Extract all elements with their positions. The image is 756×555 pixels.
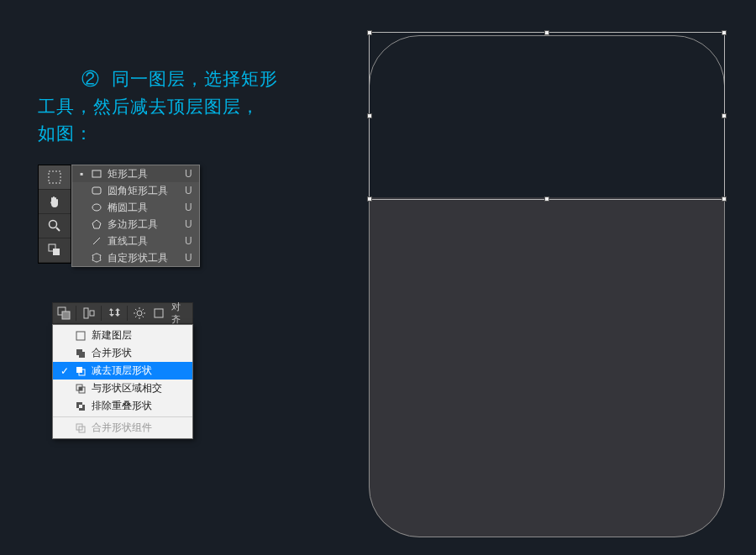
handle-top-right[interactable] (722, 30, 727, 35)
constrain-icon[interactable] (152, 306, 166, 321)
svg-line-22 (143, 309, 144, 311)
menu-item-merge-components: 合并形状组件 (53, 419, 192, 437)
svg-marker-8 (92, 220, 101, 228)
tool-item-shortcut: U (185, 252, 192, 264)
svg-rect-5 (92, 170, 101, 177)
merge-components-icon (75, 423, 87, 433)
menu-item-exclude[interactable]: 排除重叠形状 (53, 397, 192, 415)
selected-dot-icon: ▪ (77, 168, 86, 180)
tool-item-label: 直线工具 (108, 234, 168, 249)
tool-item-ellipse[interactable]: 椭圆工具 U (72, 199, 199, 216)
shapes-tool[interactable] (39, 238, 71, 263)
svg-line-19 (135, 309, 137, 311)
rounded-rect-icon (91, 186, 102, 196)
intersect-icon (75, 384, 87, 394)
handle-top-left[interactable] (367, 30, 372, 35)
transform-selection[interactable] (369, 32, 725, 200)
tool-item-rounded-rect[interactable]: 圆角矩形工具 U (72, 182, 199, 199)
menu-item-subtract[interactable]: ✓ 减去顶层形状 (53, 362, 192, 380)
tool-item-label: 椭圆工具 (108, 201, 168, 215)
tool-item-shortcut: U (185, 185, 192, 196)
svg-rect-6 (92, 187, 101, 194)
svg-rect-24 (76, 332, 85, 340)
custom-shape-icon (91, 253, 102, 263)
svg-point-7 (92, 204, 101, 211)
path-ops-icon[interactable] (56, 306, 71, 321)
menu-item-label: 合并形状组件 (92, 421, 152, 435)
handle-bottom-mid[interactable] (544, 196, 549, 202)
exclude-icon (75, 401, 87, 411)
gear-icon[interactable] (133, 306, 147, 321)
menu-item-label: 与形状区域相交 (92, 381, 162, 395)
shape-tool-flyout: ▪ 矩形工具 U 圆角矩形工具 U 椭圆工具 U 多边形工具 U 直线工具 U … (71, 165, 200, 267)
check-icon: ✓ (60, 365, 70, 377)
tool-item-line[interactable]: 直线工具 U (72, 233, 199, 249)
tool-item-label: 多边形工具 (108, 217, 168, 232)
new-layer-icon (75, 331, 87, 341)
instruction-text: ② 同一图层，选择矩形 工具，然后减去顶层图层， 如图： (38, 65, 315, 148)
menu-item-label: 排除重叠形状 (92, 399, 152, 413)
handle-mid-right[interactable] (722, 113, 727, 118)
handle-mid-left[interactable] (367, 113, 372, 118)
svg-line-9 (93, 238, 100, 244)
ellipse-icon (91, 202, 102, 212)
menu-item-combine[interactable]: 合并形状 (53, 344, 192, 362)
svg-rect-26 (79, 352, 85, 358)
menu-item-label: 减去顶层形状 (92, 364, 152, 378)
tool-item-shortcut: U (185, 168, 192, 180)
tool-item-custom-shape[interactable]: 自定形状工具 U (72, 249, 199, 266)
subtract-icon (75, 366, 87, 376)
rect-icon (91, 169, 102, 179)
tool-item-label: 圆角矩形工具 (108, 184, 168, 198)
hand-tool[interactable] (39, 190, 71, 214)
options-bar: 对齐 (52, 302, 193, 324)
marquee-tool[interactable] (39, 165, 71, 190)
menu-item-label: 合并形状 (92, 346, 132, 360)
svg-rect-11 (62, 312, 70, 319)
arrange-icon[interactable] (107, 306, 121, 321)
svg-rect-23 (155, 309, 163, 317)
svg-rect-13 (90, 311, 94, 316)
handle-top-mid[interactable] (544, 30, 549, 35)
canvas-preview (349, 25, 735, 546)
menu-separator (53, 416, 192, 417)
svg-rect-31 (79, 387, 82, 390)
svg-point-14 (137, 311, 142, 316)
tool-item-label: 矩形工具 (108, 167, 168, 181)
svg-rect-4 (53, 249, 60, 255)
menu-item-label: 新建图层 (92, 328, 132, 343)
mini-toolbar (38, 165, 71, 264)
svg-line-20 (143, 317, 144, 318)
tool-item-shortcut: U (185, 218, 192, 230)
svg-rect-12 (84, 308, 88, 318)
combine-icon (75, 348, 87, 359)
handle-bottom-right[interactable] (722, 196, 727, 202)
step-marker: ② (81, 69, 100, 88)
path-operations-menu: 新建图层 合并形状 ✓ 减去顶层形状 与形状区域相交 排除重叠形状 合并形状组件 (52, 324, 193, 439)
polygon-icon (91, 219, 102, 229)
svg-rect-34 (79, 405, 82, 408)
svg-line-2 (56, 228, 60, 231)
align-label: 对齐 (171, 301, 189, 326)
tool-item-shortcut: U (185, 235, 192, 247)
line-icon (91, 236, 102, 246)
align-icon[interactable] (81, 306, 96, 321)
tool-item-rectangle[interactable]: ▪ 矩形工具 U (72, 165, 199, 182)
tool-item-shortcut: U (185, 202, 192, 213)
menu-item-new-layer[interactable]: 新建图层 (53, 327, 192, 344)
tool-item-polygon[interactable]: 多边形工具 U (72, 216, 199, 233)
zoom-tool[interactable] (39, 214, 71, 238)
svg-line-21 (135, 317, 137, 318)
tool-item-label: 自定形状工具 (108, 251, 168, 265)
menu-item-intersect[interactable]: 与形状区域相交 (53, 380, 192, 397)
handle-bottom-left[interactable] (367, 196, 372, 202)
svg-rect-0 (49, 171, 60, 183)
svg-point-1 (50, 221, 57, 228)
